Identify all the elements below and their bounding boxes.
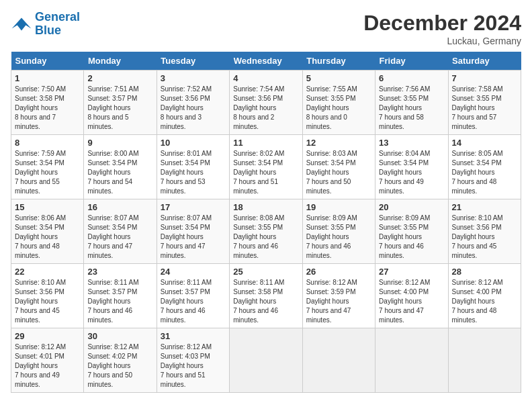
day-number: 11 bbox=[233, 138, 298, 148]
day-number: 8 bbox=[15, 138, 80, 148]
day-number: 13 bbox=[379, 138, 444, 148]
calendar-cell bbox=[230, 328, 302, 393]
calendar-cell: 8 Sunrise: 7:59 AM Sunset: 3:54 PM Dayli… bbox=[11, 135, 84, 199]
day-info: Sunrise: 7:59 AM Sunset: 3:54 PM Dayligh… bbox=[15, 149, 80, 196]
day-number: 4 bbox=[233, 73, 298, 83]
day-info: Sunrise: 8:08 AM Sunset: 3:55 PM Dayligh… bbox=[233, 214, 298, 261]
day-info: Sunrise: 8:02 AM Sunset: 3:54 PM Dayligh… bbox=[233, 149, 298, 196]
calendar-cell: 28 Sunrise: 8:12 AM Sunset: 4:00 PM Dayl… bbox=[448, 264, 521, 328]
calendar-table: SundayMondayTuesdayWednesdayThursdayFrid… bbox=[11, 52, 521, 393]
calendar-cell: 20 Sunrise: 8:09 AM Sunset: 3:55 PM Dayl… bbox=[375, 199, 448, 264]
day-info: Sunrise: 8:05 AM Sunset: 3:54 PM Dayligh… bbox=[452, 149, 517, 196]
calendar-cell: 7 Sunrise: 7:58 AM Sunset: 3:55 PM Dayli… bbox=[448, 71, 521, 135]
day-number: 24 bbox=[161, 267, 226, 277]
calendar-cell: 19 Sunrise: 8:09 AM Sunset: 3:55 PM Dayl… bbox=[302, 199, 375, 264]
weekday-header-sunday: Sunday bbox=[11, 52, 84, 71]
day-number: 27 bbox=[379, 267, 444, 277]
day-info: Sunrise: 7:50 AM Sunset: 3:58 PM Dayligh… bbox=[15, 85, 80, 132]
calendar-cell: 15 Sunrise: 8:06 AM Sunset: 3:54 PM Dayl… bbox=[11, 199, 84, 264]
day-info: Sunrise: 7:54 AM Sunset: 3:56 PM Dayligh… bbox=[233, 85, 298, 132]
day-info: Sunrise: 8:11 AM Sunset: 3:57 PM Dayligh… bbox=[161, 278, 226, 325]
weekday-header-saturday: Saturday bbox=[448, 52, 521, 71]
weekday-header-thursday: Thursday bbox=[302, 52, 375, 71]
day-info: Sunrise: 7:55 AM Sunset: 3:55 PM Dayligh… bbox=[306, 85, 371, 132]
day-number: 18 bbox=[233, 202, 298, 212]
calendar-cell: 23 Sunrise: 8:11 AM Sunset: 3:57 PM Dayl… bbox=[84, 264, 157, 328]
page-header: General Blue December 2024 Luckau, Germa… bbox=[11, 11, 521, 46]
calendar-week-5: 29 Sunrise: 8:12 AM Sunset: 4:01 PM Dayl… bbox=[11, 328, 521, 393]
day-info: Sunrise: 8:07 AM Sunset: 3:54 PM Dayligh… bbox=[87, 214, 152, 261]
calendar-cell bbox=[302, 328, 375, 393]
calendar-cell: 22 Sunrise: 8:10 AM Sunset: 3:56 PM Dayl… bbox=[11, 264, 84, 328]
calendar-cell: 30 Sunrise: 8:12 AM Sunset: 4:02 PM Dayl… bbox=[84, 328, 157, 393]
logo-text: General Blue bbox=[35, 11, 80, 38]
calendar-cell: 13 Sunrise: 8:04 AM Sunset: 3:54 PM Dayl… bbox=[375, 135, 448, 199]
month-title: December 2024 bbox=[363, 11, 521, 36]
calendar-cell: 3 Sunrise: 7:52 AM Sunset: 3:56 PM Dayli… bbox=[157, 71, 229, 135]
calendar-cell bbox=[448, 328, 521, 393]
day-info: Sunrise: 8:09 AM Sunset: 3:55 PM Dayligh… bbox=[306, 214, 371, 261]
day-number: 20 bbox=[379, 202, 444, 212]
day-info: Sunrise: 8:11 AM Sunset: 3:58 PM Dayligh… bbox=[233, 278, 298, 325]
day-number: 9 bbox=[87, 138, 152, 148]
calendar-cell: 5 Sunrise: 7:55 AM Sunset: 3:55 PM Dayli… bbox=[302, 71, 375, 135]
calendar-cell: 17 Sunrise: 8:07 AM Sunset: 3:54 PM Dayl… bbox=[157, 199, 229, 264]
calendar-cell: 4 Sunrise: 7:54 AM Sunset: 3:56 PM Dayli… bbox=[230, 71, 302, 135]
day-number: 25 bbox=[233, 267, 298, 277]
day-info: Sunrise: 8:00 AM Sunset: 3:54 PM Dayligh… bbox=[87, 149, 152, 196]
calendar-cell: 6 Sunrise: 7:56 AM Sunset: 3:55 PM Dayli… bbox=[375, 71, 448, 135]
day-info: Sunrise: 8:12 AM Sunset: 4:03 PM Dayligh… bbox=[161, 342, 226, 390]
day-number: 19 bbox=[306, 202, 371, 212]
day-number: 3 bbox=[161, 73, 226, 83]
calendar-week-2: 8 Sunrise: 7:59 AM Sunset: 3:54 PM Dayli… bbox=[11, 135, 521, 199]
calendar-cell: 27 Sunrise: 8:12 AM Sunset: 4:00 PM Dayl… bbox=[375, 264, 448, 328]
calendar-cell: 25 Sunrise: 8:11 AM Sunset: 3:58 PM Dayl… bbox=[230, 264, 302, 328]
day-number: 30 bbox=[87, 331, 152, 341]
day-number: 21 bbox=[452, 202, 517, 212]
calendar-cell: 18 Sunrise: 8:08 AM Sunset: 3:55 PM Dayl… bbox=[230, 199, 302, 264]
day-info: Sunrise: 8:10 AM Sunset: 3:56 PM Dayligh… bbox=[15, 278, 80, 325]
day-info: Sunrise: 8:03 AM Sunset: 3:54 PM Dayligh… bbox=[306, 149, 371, 196]
day-number: 29 bbox=[15, 331, 80, 341]
calendar-cell: 21 Sunrise: 8:10 AM Sunset: 3:56 PM Dayl… bbox=[448, 199, 521, 264]
day-number: 22 bbox=[15, 267, 80, 277]
day-info: Sunrise: 7:56 AM Sunset: 3:55 PM Dayligh… bbox=[379, 85, 444, 132]
day-info: Sunrise: 8:06 AM Sunset: 3:54 PM Dayligh… bbox=[15, 214, 80, 261]
weekday-header-row: SundayMondayTuesdayWednesdayThursdayFrid… bbox=[11, 52, 521, 71]
weekday-header-monday: Monday bbox=[84, 52, 157, 71]
calendar-cell: 16 Sunrise: 8:07 AM Sunset: 3:54 PM Dayl… bbox=[84, 199, 157, 264]
day-number: 14 bbox=[452, 138, 517, 148]
day-info: Sunrise: 8:12 AM Sunset: 4:01 PM Dayligh… bbox=[15, 342, 80, 390]
day-info: Sunrise: 8:04 AM Sunset: 3:54 PM Dayligh… bbox=[379, 149, 444, 196]
day-number: 7 bbox=[452, 73, 517, 83]
day-number: 5 bbox=[306, 73, 371, 83]
calendar-cell: 12 Sunrise: 8:03 AM Sunset: 3:54 PM Dayl… bbox=[302, 135, 375, 199]
day-info: Sunrise: 8:10 AM Sunset: 3:56 PM Dayligh… bbox=[452, 214, 517, 261]
weekday-header-wednesday: Wednesday bbox=[230, 52, 302, 71]
day-number: 23 bbox=[87, 267, 152, 277]
logo: General Blue bbox=[11, 11, 80, 38]
day-info: Sunrise: 7:51 AM Sunset: 3:57 PM Dayligh… bbox=[87, 85, 152, 132]
day-number: 26 bbox=[306, 267, 371, 277]
day-info: Sunrise: 8:12 AM Sunset: 3:59 PM Dayligh… bbox=[306, 278, 371, 325]
calendar-cell: 26 Sunrise: 8:12 AM Sunset: 3:59 PM Dayl… bbox=[302, 264, 375, 328]
calendar-cell: 14 Sunrise: 8:05 AM Sunset: 3:54 PM Dayl… bbox=[448, 135, 521, 199]
day-number: 31 bbox=[161, 331, 226, 341]
calendar-cell: 31 Sunrise: 8:12 AM Sunset: 4:03 PM Dayl… bbox=[157, 328, 229, 393]
day-info: Sunrise: 7:52 AM Sunset: 3:56 PM Dayligh… bbox=[161, 85, 226, 132]
day-info: Sunrise: 8:09 AM Sunset: 3:55 PM Dayligh… bbox=[379, 214, 444, 261]
day-number: 17 bbox=[161, 202, 226, 212]
title-area: December 2024 Luckau, Germany bbox=[363, 11, 521, 46]
svg-marker-0 bbox=[12, 17, 32, 30]
calendar-cell: 11 Sunrise: 8:02 AM Sunset: 3:54 PM Dayl… bbox=[230, 135, 302, 199]
logo-line1: General bbox=[35, 10, 80, 24]
day-number: 1 bbox=[15, 73, 80, 83]
day-number: 2 bbox=[87, 73, 152, 83]
day-info: Sunrise: 7:58 AM Sunset: 3:55 PM Dayligh… bbox=[452, 85, 517, 132]
calendar-cell: 29 Sunrise: 8:12 AM Sunset: 4:01 PM Dayl… bbox=[11, 328, 84, 393]
calendar-cell bbox=[375, 328, 448, 393]
weekday-header-friday: Friday bbox=[375, 52, 448, 71]
day-info: Sunrise: 8:07 AM Sunset: 3:54 PM Dayligh… bbox=[161, 214, 226, 261]
day-number: 10 bbox=[161, 138, 226, 148]
calendar-week-3: 15 Sunrise: 8:06 AM Sunset: 3:54 PM Dayl… bbox=[11, 199, 521, 264]
